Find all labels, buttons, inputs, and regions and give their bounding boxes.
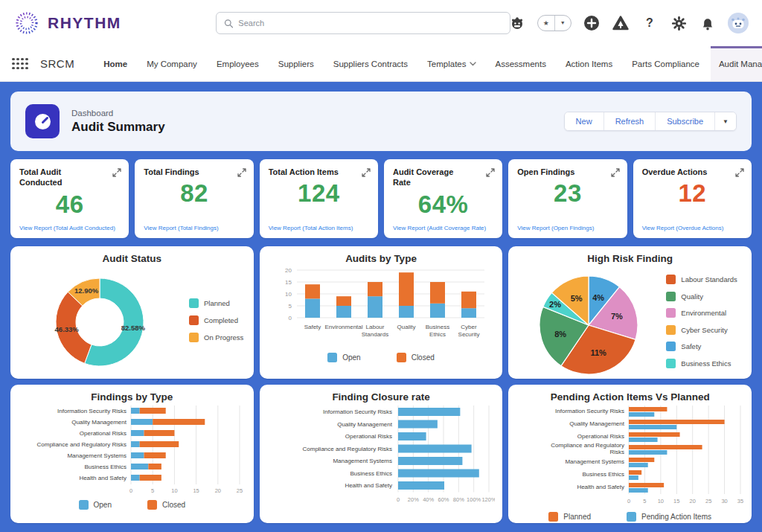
expand-icon[interactable] xyxy=(611,167,620,180)
add-icon[interactable] xyxy=(583,14,601,32)
tree-icon[interactable] xyxy=(612,14,630,32)
rhythm-logo-icon xyxy=(13,10,40,36)
svg-text:Ethics: Ethics xyxy=(429,331,446,338)
kpi-view-report-link[interactable]: View Report (Total Audit Conducted) xyxy=(19,225,115,231)
kpi-value: 124 xyxy=(269,179,369,208)
page-title: Audit Summary xyxy=(71,120,165,135)
legend-label: Environmental xyxy=(681,309,726,317)
svg-text:Standards: Standards xyxy=(361,331,388,338)
help-icon[interactable]: ? xyxy=(641,14,659,32)
chart-title: Finding Closure rate xyxy=(267,391,496,403)
dashboard-gauge-icon xyxy=(25,104,60,138)
kpi-value: 12 xyxy=(642,179,743,208)
svg-text:0: 0 xyxy=(129,487,132,494)
kpi-value: 46 xyxy=(19,190,120,219)
legend-swatch xyxy=(79,500,89,510)
global-search[interactable] xyxy=(216,12,510,34)
audit-status-card: Audit Status 82.58%46.33%12.90% PlannedC… xyxy=(10,246,254,379)
legend-item: Environmental xyxy=(666,308,737,318)
tab-suppliers-contracts[interactable]: Suppliers Contracts xyxy=(325,46,416,81)
high-risk-finding-legend: Labour StandardsQualityEnvironmentalCybe… xyxy=(666,275,737,368)
assistant-icon[interactable] xyxy=(508,14,526,32)
new-button[interactable]: New xyxy=(565,112,604,130)
legend-item: On Progress xyxy=(189,333,243,342)
svg-text:15: 15 xyxy=(193,487,199,494)
audits-by-type-card: Audits by Type 05101520SafetyEnvironment… xyxy=(260,246,503,379)
svg-text:Management Systems: Management Systems xyxy=(566,458,625,465)
legend-label: Closed xyxy=(162,501,185,509)
chevron-down-icon xyxy=(470,62,476,66)
star-icon[interactable]: ★ xyxy=(538,16,554,31)
refresh-button[interactable]: Refresh xyxy=(604,112,656,130)
legend-swatch xyxy=(189,298,199,308)
expand-icon[interactable] xyxy=(735,167,744,180)
kpi-card: Open Findings23View Report (Open Finding… xyxy=(508,159,627,238)
kpi-title: Total Audit Conducted xyxy=(19,167,94,188)
expand-icon[interactable] xyxy=(237,167,246,180)
kpi-view-report-link[interactable]: View Report (Overdue Actions) xyxy=(642,225,724,231)
kpi-view-report-link[interactable]: View Report (Audit Coverage Rate) xyxy=(393,225,486,231)
legend-item: Closed xyxy=(397,353,435,362)
kpi-view-report-link[interactable]: View Report (Total Action Items) xyxy=(269,225,353,231)
chart-title: Audits by Type xyxy=(267,253,496,264)
tab-parts-compliance[interactable]: Parts Compliance xyxy=(624,46,708,81)
legend-label: Completed xyxy=(204,316,238,324)
legend-item: Completed xyxy=(189,315,243,325)
finding-closure-rate-card: Finding Closure rate 020%40%60%80%100%12… xyxy=(260,385,503,523)
settings-icon[interactable] xyxy=(670,14,688,32)
rhythm-logo[interactable]: RHYTHM xyxy=(13,10,121,36)
expand-icon[interactable] xyxy=(112,167,121,180)
tab-home[interactable]: Home xyxy=(95,46,135,81)
legend-swatch xyxy=(666,325,676,335)
subscribe-button[interactable]: Subscribe xyxy=(656,112,715,130)
svg-text:4%: 4% xyxy=(593,293,605,302)
svg-text:20%: 20% xyxy=(407,496,418,503)
tab-audit-management[interactable]: Audit Management xyxy=(711,46,762,81)
svg-text:Management Systems: Management Systems xyxy=(333,458,392,464)
svg-text:Health and Safety: Health and Safety xyxy=(577,484,625,490)
high-risk-finding-card: High Risk Finding 4%7%11%8%2%5% Labour S… xyxy=(508,246,752,379)
tab-suppliers[interactable]: Suppliers xyxy=(270,46,322,81)
legend-swatch xyxy=(189,333,199,342)
svg-text:Business Ethics: Business Ethics xyxy=(583,471,624,478)
svg-text:Quality Management: Quality Management xyxy=(570,420,626,427)
tab-action-items[interactable]: Action Items xyxy=(557,46,621,81)
kpi-view-report-link[interactable]: View Report (Total Findings) xyxy=(144,225,218,231)
dashboard-actions: New Refresh Subscribe ▼ xyxy=(564,112,737,131)
high-risk-finding-chart: 4%7%11%8%2%5% xyxy=(516,266,665,377)
svg-text:46.33%: 46.33% xyxy=(55,325,80,333)
expand-icon[interactable] xyxy=(362,167,371,180)
user-avatar[interactable] xyxy=(728,13,749,33)
legend-label: Planned xyxy=(563,513,591,521)
actions-dropdown-button[interactable]: ▼ xyxy=(715,112,736,130)
search-input[interactable] xyxy=(238,19,502,28)
svg-text:30: 30 xyxy=(722,498,728,504)
svg-text:Operational Risks: Operational Risks xyxy=(345,433,392,440)
favorite-toggle[interactable]: ★ ▼ xyxy=(537,15,572,31)
chevron-down-icon[interactable]: ▼ xyxy=(554,16,572,31)
svg-text:Health and Safety: Health and Safety xyxy=(345,482,392,489)
chart-title: High Risk Finding xyxy=(516,253,744,264)
tab-employees[interactable]: Employees xyxy=(208,46,267,81)
chart-title: Pending Action Items Vs Planned xyxy=(516,391,744,403)
svg-text:Quality Management: Quality Management xyxy=(337,421,393,428)
notifications-icon[interactable] xyxy=(699,14,717,32)
svg-text:Health and Safety: Health and Safety xyxy=(79,475,127,481)
svg-text:Cyber: Cyber xyxy=(461,324,477,330)
svg-text:Compliance and Regulatory Risk: Compliance and Regulatory Risks xyxy=(37,441,127,448)
app-launcher-icon[interactable] xyxy=(12,58,28,70)
expand-icon[interactable] xyxy=(486,167,495,180)
audits-by-type-chart: 05101520SafetyEnvironmentalLabourStandar… xyxy=(267,266,495,349)
tab-templates[interactable]: Templates xyxy=(419,46,484,81)
legend-item: Pending Action Items xyxy=(627,512,711,522)
audit-status-chart: 82.58%46.33%12.90% xyxy=(18,266,180,376)
svg-text:60%: 60% xyxy=(438,496,449,503)
svg-text:5: 5 xyxy=(151,487,154,494)
legend-swatch xyxy=(627,512,636,522)
audits-by-type-legend: OpenClosed xyxy=(267,353,496,362)
tab-assessments[interactable]: Assessments xyxy=(487,46,554,81)
svg-text:25: 25 xyxy=(705,498,711,504)
kpi-view-report-link[interactable]: View Report (Open Findings) xyxy=(517,225,594,231)
tab-my-company[interactable]: My Company xyxy=(138,46,205,81)
pending-vs-planned-chart: 05101520253035Information Security Risks… xyxy=(516,404,743,508)
